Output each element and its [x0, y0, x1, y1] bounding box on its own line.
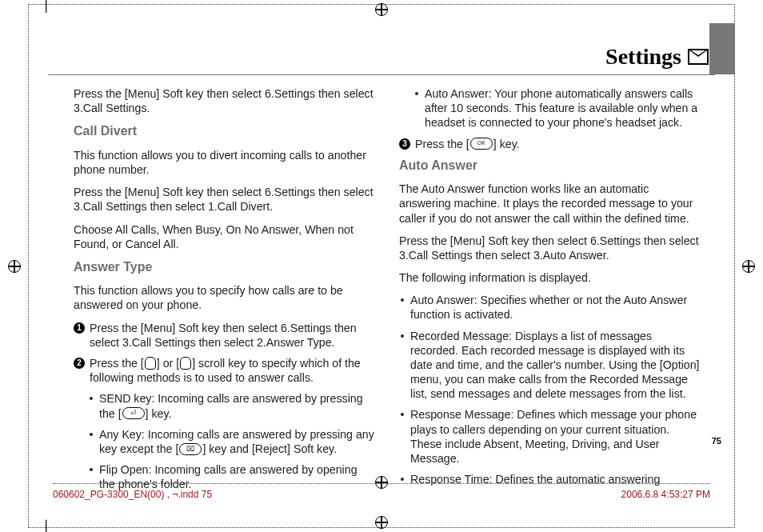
send-key-icon: ⏎: [122, 407, 145, 419]
bullet-icon: •: [399, 407, 405, 466]
envelope-icon: [688, 49, 709, 65]
bullet-item: • Auto Answer: Specifies whether or not …: [399, 293, 701, 322]
registration-mark-right-icon: [742, 260, 755, 273]
bullet-text: Response Message: Defines which message …: [410, 407, 701, 466]
bullet-icon: •: [413, 86, 420, 130]
bullet-item: • Recorded Message: Displays a list of m…: [399, 329, 701, 402]
content-columns: Press the [Menu] Soft key then select 6.…: [74, 86, 701, 456]
bullet-text: Any Key: Incoming calls are answered by …: [99, 427, 375, 456]
ok-key-label: OK: [477, 140, 485, 146]
heading-call-divert: Call Divert: [74, 123, 375, 139]
body-text: Press the [Menu] Soft key then select 6.…: [74, 185, 375, 214]
bullet-icon: •: [88, 391, 94, 420]
bullet-item: • Any Key: Incoming calls are answered b…: [74, 427, 375, 456]
print-footer: 060602_PG-3300_EN(00) , ¬.indd 75 2006.6…: [53, 483, 710, 500]
step-text: Press the [Menu] Soft key then select 6.…: [90, 321, 375, 350]
heading-answer-type: Answer Type: [74, 259, 375, 275]
bullet-icon: •: [88, 427, 94, 456]
page-title: Settings: [605, 44, 681, 70]
crop-mark-icon: │: [42, 0, 51, 12]
bullet-icon: •: [399, 293, 405, 322]
numbered-step: 3 Press the [OK] key.: [399, 137, 701, 151]
crop-mark-icon: │: [42, 520, 51, 532]
body-text: Press the [Menu] Soft key then select 6.…: [399, 234, 701, 262]
ok-key-icon: OK: [470, 138, 493, 150]
body-text: The Auto Answer function works like an a…: [399, 182, 701, 226]
step-bullet-icon: 2: [74, 358, 85, 369]
text-fragment: ] key.: [493, 138, 520, 150]
page-header: Settings: [605, 44, 709, 70]
page-number: 75: [712, 436, 721, 446]
numbered-step: 2 Press the [] or [] scroll key to speci…: [74, 356, 375, 385]
registration-mark-top-icon: [375, 3, 388, 16]
footer-timestamp: 2006.6.8 4:53:27 PM: [621, 489, 710, 500]
text-fragment: ] or [: [157, 357, 179, 370]
step-bullet-icon: 1: [74, 322, 85, 334]
left-column: Press the [Menu] Soft key then select 6.…: [74, 86, 375, 456]
text-fragment: ] key.: [146, 407, 172, 420]
step-bullet-icon: 3: [399, 138, 410, 150]
right-column: • Auto Answer: Your phone automatically …: [399, 86, 701, 456]
header-rule: [48, 74, 715, 75]
scroll-down-key-icon: [180, 357, 191, 370]
registration-mark-bottom-icon: [375, 516, 388, 529]
step-text: Press the [OK] key.: [415, 137, 701, 151]
bullet-text: SEND key: Incoming calls are answered by…: [99, 391, 375, 420]
bullet-icon: •: [399, 329, 405, 402]
body-text: Choose All Calls, When Busy, On No Answe…: [74, 222, 375, 251]
registration-mark-left-icon: [8, 260, 21, 273]
text-fragment: Press the [: [90, 357, 144, 370]
heading-auto-answer: Auto Answer: [399, 158, 701, 174]
body-text: The following information is displayed.: [399, 270, 701, 285]
text-fragment: ] key and [Reject] Soft key.: [202, 442, 337, 455]
footer-file-info: 060602_PG-3300_EN(00) , ¬.indd 75: [53, 489, 212, 500]
page-edge-tab: [709, 23, 735, 74]
body-text: This function allows you to specify how …: [74, 283, 375, 312]
end-key-icon: ⌧: [179, 443, 202, 455]
text-fragment: Press the [: [415, 138, 469, 150]
bullet-text: Auto Answer: Your phone automatically an…: [425, 86, 701, 130]
bullet-item: • Auto Answer: Your phone automatically …: [399, 86, 701, 130]
numbered-step: 1 Press the [Menu] Soft key then select …: [74, 321, 375, 350]
scroll-up-key-icon: [145, 357, 156, 370]
bullet-item: • Response Message: Defines which messag…: [399, 407, 701, 466]
bullet-item: • SEND key: Incoming calls are answered …: [74, 391, 375, 420]
bullet-text: Recorded Message: Displays a list of mes…: [410, 329, 701, 402]
body-text: Press the [Menu] Soft key then select 6.…: [74, 86, 375, 115]
bullet-text: Auto Answer: Specifies whether or not th…: [410, 293, 701, 322]
body-text: This function allows you to divert incom…: [74, 148, 375, 177]
step-text: Press the [] or [] scroll key to specify…: [90, 356, 375, 385]
